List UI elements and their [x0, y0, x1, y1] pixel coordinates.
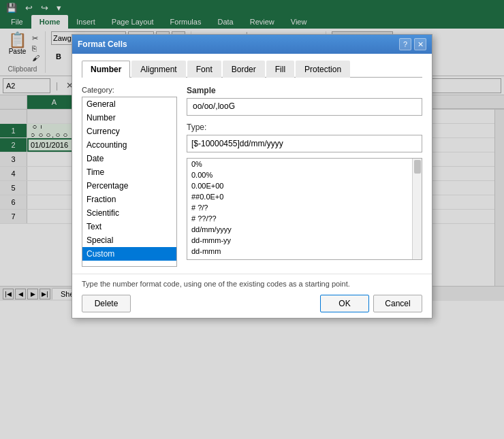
- category-scientific[interactable]: Scientific: [82, 206, 176, 220]
- modal-tab-font[interactable]: Font: [187, 61, 221, 78]
- type-input[interactable]: [187, 135, 422, 152]
- category-fraction[interactable]: Fraction: [82, 193, 176, 206]
- sample-section: Sample oo/oo/,looG: [187, 86, 422, 116]
- type-item-mmmyy[interactable]: mmm-yy: [187, 257, 412, 261]
- category-currency[interactable]: Currency: [82, 125, 176, 138]
- modal-titlebar: Format Cells ? ✕: [72, 35, 432, 54]
- category-percentage[interactable]: Percentage: [82, 179, 176, 193]
- type-item-0pct[interactable]: 0%: [187, 159, 412, 169]
- type-list[interactable]: 0% 0.00% 0.00E+00 ##0.0E+0 # ?/? # ??/??…: [187, 159, 412, 261]
- modal-title: Format Cells: [78, 39, 127, 49]
- footer-buttons: Delete OK Cancel: [82, 295, 422, 312]
- format-cells-modal: Format Cells ? ✕ Number Alignment Font B…: [72, 34, 432, 319]
- type-item-hexp[interactable]: ##0.0E+0: [187, 191, 412, 202]
- modal-help-button[interactable]: ?: [399, 38, 411, 50]
- type-list-wrapper: 0% 0.00% 0.00E+00 ##0.0E+0 # ?/? # ??/??…: [187, 158, 422, 260]
- category-panel: Category: General Number Currency Accoun…: [82, 86, 177, 267]
- cancel-button[interactable]: Cancel: [373, 295, 422, 312]
- type-item-exp[interactable]: 0.00E+00: [187, 180, 412, 191]
- category-label: Category:: [82, 86, 177, 94]
- modal-overlay: Format Cells ? ✕ Number Alignment Font B…: [0, 0, 504, 439]
- type-item-ddmmmyy[interactable]: dd-mmm-yy: [187, 235, 412, 246]
- category-accounting[interactable]: Accounting: [82, 138, 176, 152]
- type-label: Type:: [187, 123, 422, 132]
- type-item-frac1[interactable]: # ?/?: [187, 202, 412, 213]
- category-date[interactable]: Date: [82, 152, 176, 165]
- sample-box: oo/oo/,looG: [187, 98, 422, 116]
- modal-tab-fill[interactable]: Fill: [266, 61, 294, 78]
- modal-tab-border[interactable]: Border: [223, 61, 265, 78]
- category-custom[interactable]: Custom: [82, 247, 176, 261]
- modal-tab-number[interactable]: Number: [82, 61, 130, 78]
- modal-content: Category: General Number Currency Accoun…: [82, 86, 422, 267]
- category-list[interactable]: General Number Currency Accounting Date …: [82, 97, 177, 267]
- scrollbar-thumb: [414, 160, 421, 174]
- sample-label: Sample: [187, 86, 422, 95]
- type-item-ddmmm[interactable]: dd-mmm: [187, 246, 412, 257]
- delete-button[interactable]: Delete: [82, 295, 131, 312]
- category-text[interactable]: Text: [82, 220, 176, 233]
- category-special[interactable]: Special: [82, 233, 176, 247]
- category-number[interactable]: Number: [82, 111, 176, 125]
- category-general[interactable]: General: [82, 97, 176, 111]
- modal-tab-alignment[interactable]: Alignment: [131, 61, 185, 78]
- type-item-000pct[interactable]: 0.00%: [187, 169, 412, 180]
- category-time[interactable]: Time: [82, 165, 176, 179]
- ok-button[interactable]: OK: [320, 295, 369, 312]
- modal-tab-protection[interactable]: Protection: [296, 61, 350, 78]
- footer-hint: Type the number format code, using one o…: [82, 280, 422, 288]
- modal-tabs: Number Alignment Font Border Fill Protec…: [82, 61, 422, 78]
- format-panel: Sample oo/oo/,looG Type: 0% 0.00% 0.00E+…: [187, 86, 422, 267]
- modal-close-button[interactable]: ✕: [414, 38, 426, 50]
- type-item-frac2[interactable]: # ??/??: [187, 213, 412, 224]
- modal-body: Number Alignment Font Border Fill Protec…: [72, 54, 432, 274]
- modal-footer: Type the number format code, using one o…: [72, 274, 432, 318]
- type-item-ddmmyyyy[interactable]: dd/mm/yyyy: [187, 224, 412, 235]
- type-list-container: 0% 0.00% 0.00E+00 ##0.0E+0 # ?/? # ??/??…: [187, 158, 422, 260]
- type-list-scrollbar[interactable]: [412, 159, 422, 259]
- modal-controls: ? ✕: [399, 38, 426, 50]
